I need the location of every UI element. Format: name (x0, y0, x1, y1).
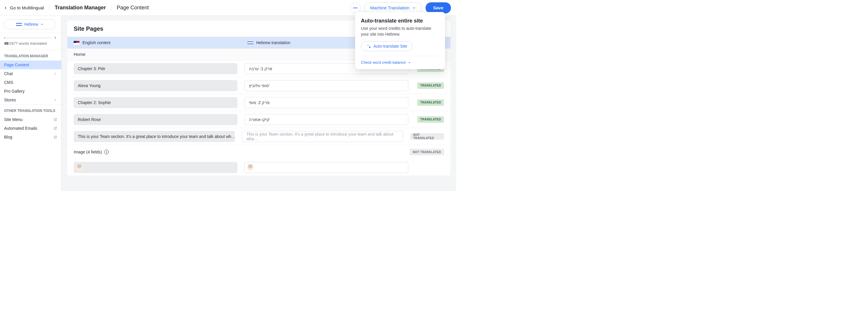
status-badge: NOT TRANSLATED (410, 149, 444, 155)
sidebar-item-label: Automated Emails (4, 126, 37, 131)
sidebar-item-pro-gallery[interactable]: Pro Gallery (0, 87, 61, 96)
words-done-count: 49 (4, 41, 8, 45)
main: Site Pages All pages English content (61, 16, 456, 191)
arrow-left-icon (3, 6, 8, 10)
status-badge: TRANSLATED (417, 82, 444, 89)
sidebar-item-label: Chat (4, 71, 13, 76)
separator (111, 5, 112, 11)
machine-translation-button[interactable]: Machine Translation (364, 2, 422, 13)
source-cell: Robert Rose (74, 114, 238, 125)
sidebar: Hebrew 49/2877 words translated TRANSLAT… (0, 16, 61, 191)
flag-israel-icon (16, 23, 22, 26)
col-source-label: English content (83, 40, 111, 45)
image-group-heading: Image (4 fields) i NOT TRANSLATED (67, 145, 451, 159)
target-input[interactable]: This is your Team section. It's a great … (242, 131, 403, 142)
table-row: This is your Team section. It's a great … (67, 128, 451, 145)
chevron-right-icon (54, 72, 57, 75)
sidebar-item-cms[interactable]: CMS (0, 78, 61, 87)
table-row: Chapter 2: Sophie פרק 2: סופי TRANSLATED (67, 94, 451, 111)
table-row (67, 159, 451, 176)
flag-us-icon (74, 41, 80, 45)
avatar-icon (76, 164, 83, 171)
sidebar-item-chat[interactable]: Chat (0, 69, 61, 78)
popover-title: Auto-translate entire site (361, 18, 439, 24)
sidebar-item-page-content[interactable]: Page Content (0, 61, 61, 69)
auto-translate-site-label: Auto-translate Site (373, 44, 407, 48)
external-link-icon (54, 127, 57, 130)
svg-point-1 (355, 7, 355, 8)
sidebar-group-title-tm: TRANSLATION MANAGER (0, 50, 61, 61)
sidebar-group-title-other: OTHER TRANSLATION TOOLS (0, 104, 61, 115)
image-group-label: Image (4 fields) (74, 150, 102, 154)
svg-point-0 (353, 7, 354, 8)
panel-title: Site Pages (74, 26, 103, 32)
chevron-down-icon (408, 61, 411, 64)
breadcrumb-translation-manager: Translation Manager (55, 5, 106, 11)
machine-translation-label: Machine Translation (370, 5, 409, 10)
flag-israel-icon (247, 41, 253, 45)
popover-text: Use your word credits to auto-translate … (361, 26, 439, 37)
sidebar-item-stores[interactable]: Stores (0, 96, 61, 104)
back-label: Go to Multilingual (10, 5, 44, 10)
source-image-cell (74, 162, 238, 173)
source-cell: Alexa Young (74, 80, 238, 91)
auto-translate-site-button[interactable]: Auto-translate Site (361, 41, 413, 51)
check-credit-link[interactable]: Check word credit balance (361, 60, 406, 65)
external-link-icon (54, 135, 57, 139)
source-cell: This is your Team section. It's a great … (74, 131, 235, 142)
words-total-label: /2877 words translated (8, 41, 47, 45)
source-cell: Chapter 3: Piér (74, 63, 238, 74)
sidebar-item-label: Stores (4, 98, 16, 102)
more-button[interactable] (350, 3, 361, 13)
chevron-right-icon (54, 98, 57, 102)
sidebar-item-label: Page Content (4, 63, 29, 67)
target-image-input[interactable] (245, 162, 408, 173)
col-target-label: Hebrew translation (256, 40, 290, 45)
sidebar-item-label: CMS (4, 80, 13, 85)
target-input[interactable]: קיקו אמורה (245, 114, 408, 125)
chevron-down-icon (412, 6, 416, 10)
target-input[interactable]: פרק 2: סופי (245, 97, 408, 108)
more-icon (353, 5, 358, 10)
sidebar-item-automated-emails[interactable]: Automated Emails (0, 124, 61, 133)
translate-icon (367, 44, 371, 48)
expand-progress-icon[interactable] (54, 36, 57, 39)
auto-translate-popover: Auto-translate entire site Use your word… (355, 12, 445, 69)
table-row: Alexa Young סופי וולוביץ' TRANSLATED (67, 77, 451, 94)
back-link[interactable]: Go to Multilingual (3, 5, 44, 10)
breadcrumb-page-content: Page Content (117, 5, 149, 11)
chevron-down-icon (41, 23, 43, 26)
source-cell: Chapter 2: Sophie (74, 97, 238, 108)
save-button[interactable]: Save (426, 2, 451, 13)
words-count: 49/2877 words translated (0, 41, 61, 50)
target-input[interactable]: סופי וולוביץ' (245, 80, 408, 91)
separator (49, 5, 50, 11)
external-link-icon (54, 118, 57, 121)
sidebar-item-label: Blog (4, 135, 12, 139)
sidebar-item-site-menu[interactable]: Site Menu (0, 115, 61, 124)
status-badge: TRANSLATED (417, 116, 444, 123)
sidebar-item-blog[interactable]: Blog (0, 133, 61, 141)
sidebar-item-label: Pro Gallery (4, 89, 25, 94)
table-row: Robert Rose קיקו אמורה TRANSLATED (67, 111, 451, 128)
status-badge: NOT TRANSLATED (410, 133, 444, 140)
sidebar-item-label: Site Menu (4, 117, 23, 122)
translation-progress-bar (4, 37, 51, 38)
status-badge: TRANSLATED (417, 99, 444, 106)
svg-point-2 (356, 7, 357, 8)
info-icon[interactable]: i (104, 150, 109, 154)
avatar-icon (247, 164, 253, 171)
language-select[interactable]: Hebrew (3, 19, 56, 29)
language-label: Hebrew (24, 22, 38, 27)
